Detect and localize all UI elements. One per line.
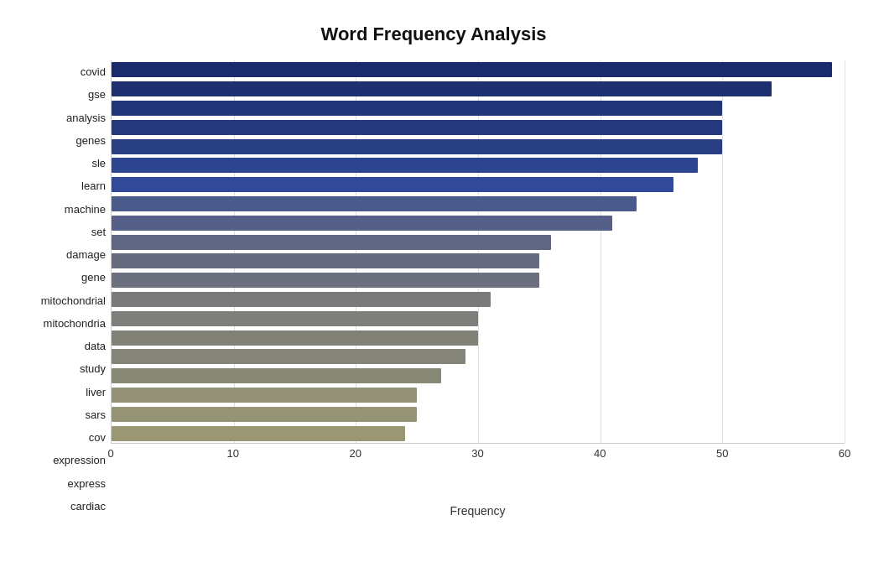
x-tick-label: 20 bbox=[349, 447, 361, 460]
bar-row bbox=[112, 214, 845, 232]
bar-row bbox=[112, 329, 845, 347]
bar bbox=[112, 292, 491, 307]
bar bbox=[112, 330, 478, 346]
bar bbox=[112, 177, 673, 192]
bar-row bbox=[112, 80, 845, 98]
y-label: study bbox=[23, 363, 106, 374]
y-label: set bbox=[23, 226, 106, 237]
y-label: covid bbox=[23, 66, 106, 77]
bar bbox=[112, 253, 539, 268]
bar-row bbox=[112, 252, 845, 270]
y-label: damage bbox=[23, 249, 106, 260]
chart-title: Word Frequency Analysis bbox=[23, 23, 845, 45]
y-label: data bbox=[23, 341, 106, 351]
bar-row bbox=[112, 118, 845, 137]
bar-row bbox=[112, 367, 845, 385]
bar bbox=[112, 120, 722, 135]
x-tick-label: 50 bbox=[716, 447, 728, 460]
bar bbox=[112, 62, 832, 77]
bar-row bbox=[112, 386, 845, 404]
y-label: learn bbox=[23, 180, 106, 191]
bar-row bbox=[112, 290, 845, 309]
bar bbox=[112, 235, 551, 250]
y-label: mitochondria bbox=[23, 318, 106, 329]
bar-row bbox=[112, 138, 845, 156]
y-label: sle bbox=[23, 158, 106, 169]
chart-area: covidgseanalysisgenesslelearnmachinesetd… bbox=[23, 60, 845, 518]
y-label: liver bbox=[23, 387, 106, 398]
bar bbox=[112, 311, 478, 326]
x-tick-label: 60 bbox=[839, 447, 850, 460]
bar bbox=[112, 196, 637, 211]
grid-line bbox=[845, 60, 845, 443]
y-label: expression bbox=[23, 455, 106, 466]
y-labels: covidgseanalysisgenesslelearnmachinesetd… bbox=[23, 60, 111, 518]
bar bbox=[112, 349, 465, 364]
x-tick-label: 40 bbox=[594, 447, 606, 460]
bar-row bbox=[112, 195, 845, 213]
y-label: express bbox=[23, 478, 106, 489]
bar-row bbox=[112, 175, 845, 194]
bar bbox=[112, 81, 772, 96]
y-label: cov bbox=[23, 432, 106, 443]
y-label: machine bbox=[23, 204, 106, 215]
chart-container: Word Frequency Analysis covidgseanalysis… bbox=[6, 7, 878, 581]
bar bbox=[112, 101, 722, 116]
bar-row bbox=[112, 405, 845, 424]
x-tick-label: 30 bbox=[471, 447, 483, 460]
bar bbox=[112, 139, 722, 154]
bar bbox=[112, 368, 441, 383]
y-label: analysis bbox=[23, 112, 106, 123]
bars-grid bbox=[111, 60, 845, 444]
bar bbox=[112, 426, 405, 441]
bar-row bbox=[112, 424, 845, 443]
bar-row bbox=[112, 60, 845, 79]
y-label: mitochondrial bbox=[23, 295, 106, 306]
bar bbox=[112, 216, 612, 231]
bar-row bbox=[112, 310, 845, 328]
bar bbox=[112, 388, 417, 403]
bar-row bbox=[112, 347, 845, 366]
bar-row bbox=[112, 99, 845, 117]
x-tick-label: 0 bbox=[107, 447, 113, 460]
bar bbox=[112, 407, 417, 422]
y-label: gene bbox=[23, 272, 106, 283]
bar bbox=[112, 273, 539, 288]
y-label: genes bbox=[23, 135, 106, 146]
bar-row bbox=[112, 233, 845, 252]
y-label: sars bbox=[23, 409, 106, 420]
x-axis-title: Frequency bbox=[111, 504, 845, 518]
y-label: gse bbox=[23, 89, 106, 100]
bar bbox=[112, 158, 698, 173]
x-tick-label: 10 bbox=[227, 447, 239, 460]
bar-row bbox=[112, 156, 845, 174]
bar-row bbox=[112, 271, 845, 289]
y-label: cardiac bbox=[23, 501, 106, 512]
